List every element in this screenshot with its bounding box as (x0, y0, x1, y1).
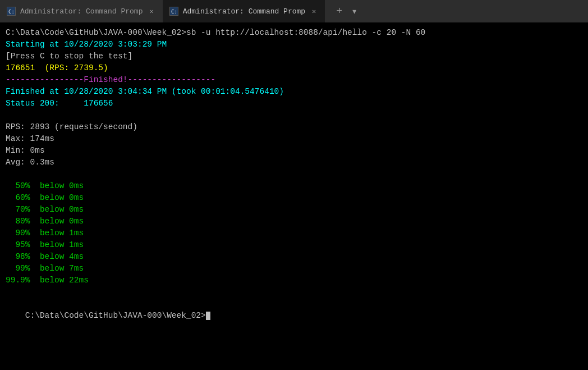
blank-1 (6, 109, 582, 121)
percentile-row: 99.9% below 22ms (6, 275, 582, 286)
new-tab-button[interactable]: + (334, 3, 344, 19)
max-line: Max: 174ms (6, 133, 582, 145)
rps-live-line: 176651 (RPS: 2739.5) (6, 62, 582, 74)
percentile-row: 70% below 0ms (6, 204, 582, 216)
tab-1-icon: C: (7, 7, 16, 16)
percentile-row: 99% below 7ms (6, 263, 582, 275)
tab-2-icon: C: (169, 7, 178, 16)
tab-1-close-button[interactable]: ✕ (147, 6, 155, 17)
tab-actions: + ▾ (327, 3, 366, 20)
percentile-row: 90% below 1ms (6, 227, 582, 239)
avg-line: Avg: 0.3ms (6, 157, 582, 168)
prompt-line: C:\Data\Code\GitHub\JAVA-000\Week_02> (6, 298, 582, 334)
percentile-table: 50% below 0ms 60% below 0ms 70% below 0m… (6, 180, 582, 286)
tab-2-label: Administrator: Command Promp (183, 7, 305, 16)
percentile-row: 60% below 0ms (6, 192, 582, 204)
min-line: Min: 0ms (6, 145, 582, 157)
tab-1-inactive[interactable]: C: Administrator: Command Promp ✕ (0, 0, 163, 22)
command-line: C:\Data\Code\GitHub\JAVA-000\Week_02>sb … (6, 27, 582, 39)
press-c-line: [Press C to stop the test] (6, 51, 582, 62)
terminal-window: C:\Data\Code\GitHub\JAVA-000\Week_02>sb … (0, 22, 588, 370)
finished-line: Finished at 10/28/2020 3:04:34 PM (took … (6, 86, 582, 98)
dropdown-button[interactable]: ▾ (349, 3, 360, 20)
cursor (206, 312, 210, 320)
percentile-row: 50% below 0ms (6, 180, 582, 192)
blank-2 (6, 168, 582, 180)
rps-line: RPS: 2893 (requests/second) (6, 121, 582, 133)
svg-text:C:: C: (171, 9, 177, 15)
percentile-row: 95% below 1ms (6, 239, 582, 251)
tab-2-close-button[interactable]: ✕ (310, 6, 318, 17)
tab-1-label: Administrator: Command Promp (20, 7, 143, 16)
svg-text:C:: C: (8, 9, 15, 15)
title-bar: C: Administrator: Command Promp ✕ C: Adm… (0, 0, 588, 22)
percentile-row: 98% below 4ms (6, 251, 582, 263)
divider-line: ----------------Finished!---------------… (6, 74, 582, 86)
percentile-row: 80% below 0ms (6, 216, 582, 227)
starting-line: Starting at 10/28/2020 3:03:29 PM (6, 39, 582, 51)
status-line: Status 200: 176656 (6, 98, 582, 109)
blank-3 (6, 286, 582, 298)
tab-2-active[interactable]: C: Administrator: Command Promp ✕ (163, 0, 325, 22)
